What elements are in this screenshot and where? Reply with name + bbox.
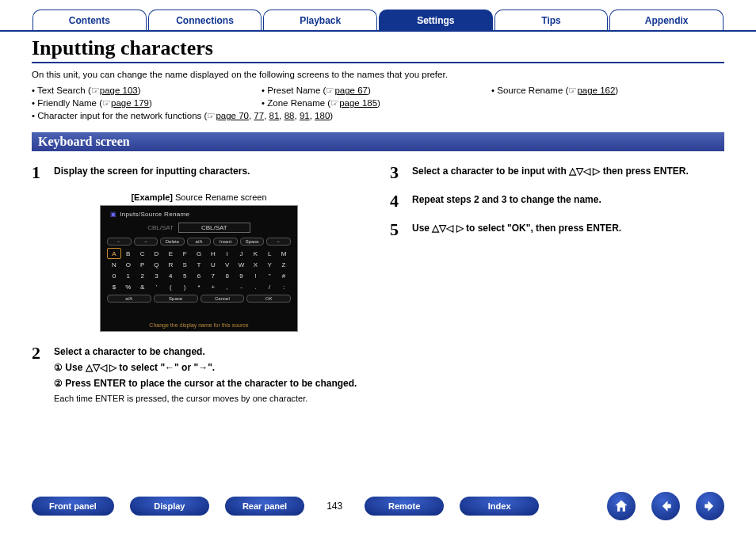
example-label-text: Source Rename screen: [173, 192, 267, 202]
tab-contents[interactable]: Contents: [32, 10, 147, 30]
tab-appendix[interactable]: Appendix: [609, 10, 724, 30]
kb-pill: a/A: [187, 238, 212, 246]
kb-key: 8: [220, 270, 235, 281]
kb-key: 3: [150, 270, 164, 281]
link-page-81[interactable]: 81: [269, 111, 280, 120]
link-page-185[interactable]: page 185: [339, 98, 377, 108]
kb-key: P: [136, 259, 150, 270]
kb-key: V: [220, 259, 235, 270]
home-button[interactable]: [607, 492, 636, 520]
kb-key: B: [121, 248, 136, 259]
tab-connections[interactable]: Connections: [148, 10, 262, 30]
bullet-preset-name: Preset Name: [267, 86, 320, 95]
step-4: 4 Repeat steps 2 and 3 to change the nam…: [390, 192, 724, 210]
kb-pill: ←: [266, 238, 291, 246]
tab-playback[interactable]: Playback: [263, 10, 377, 30]
kb-cursor-label: CBL/SAT: [147, 224, 174, 231]
prev-button[interactable]: [651, 492, 680, 520]
kb-key: .: [248, 281, 262, 292]
kb-bot-pill: a/A: [107, 295, 151, 303]
step-2: 2 Select a character to be changed. ① Us…: [32, 345, 366, 405]
home-icon: [613, 498, 629, 514]
pointer-icon: ☞: [91, 86, 100, 95]
kb-key: 5: [178, 270, 192, 281]
kb-key: $: [107, 281, 121, 292]
pointer-icon: ☞: [102, 98, 111, 108]
kb-key: L: [262, 248, 277, 259]
step-2-sub2: ② Press ENTER to place the cursor at the…: [54, 376, 366, 390]
step-3: 3 Select a character to be input with △▽…: [390, 164, 724, 181]
kb-pill: Delete: [160, 238, 185, 246]
step-number: 1: [32, 164, 54, 181]
link-page-180[interactable]: 180: [315, 111, 330, 120]
bullet-text-search: Text Search: [37, 86, 86, 95]
tab-tips[interactable]: Tips: [494, 10, 609, 30]
remote-button[interactable]: Remote: [365, 497, 444, 516]
kb-pill: →: [134, 238, 158, 246]
link-page-67[interactable]: page 67: [334, 86, 368, 95]
arrow-right-icon: [702, 498, 718, 514]
kb-key: H: [206, 248, 220, 259]
bullet-char-input: Character input for the network function…: [37, 111, 201, 120]
kb-key: ': [150, 281, 164, 292]
step-1-text: Display the screen for inputting charact…: [54, 166, 250, 177]
link-page-70[interactable]: page 70: [216, 111, 249, 120]
kb-grid: ABCDEFGHIJKLMNOPQRSTUVWXYZ0123456789!"#$…: [107, 248, 291, 292]
kb-key: ,: [220, 281, 235, 292]
kb-key: R: [163, 259, 178, 270]
kb-bot-pill: OK: [246, 295, 291, 303]
display-button[interactable]: Display: [130, 497, 209, 516]
kb-pill: Space: [240, 238, 265, 246]
kb-key: G: [192, 248, 206, 259]
pointer-icon: ☞: [330, 98, 339, 108]
pointer-icon: ☞: [326, 86, 334, 95]
example-label-bold: [Example]: [131, 192, 173, 202]
tab-settings[interactable]: Settings: [379, 10, 493, 30]
kb-pill: ←: [107, 238, 132, 246]
step-number: 2: [32, 345, 54, 405]
kb-key: &: [136, 281, 150, 292]
kb-bot-pill: Cancel: [200, 295, 245, 303]
keyboard-screenshot: ▣Inputs/Source Rename CBL/SAT CBL/SAT ← …: [100, 205, 298, 332]
example-label: [Example] Source Rename screen: [32, 192, 366, 202]
kb-key: 1: [121, 270, 136, 281]
kb-key: :: [277, 281, 291, 292]
link-page-91[interactable]: 91: [300, 111, 310, 120]
rear-panel-button[interactable]: Rear panel: [225, 497, 304, 516]
menu-dot-icon: ▣: [110, 211, 116, 218]
kb-key: ": [262, 270, 277, 281]
step-2-sub1: ① Use △▽◁ ▷ to select "←" or "→".: [54, 360, 366, 375]
kb-key: W: [235, 259, 249, 270]
step-3-text: Select a character to be input with △▽◁ …: [412, 166, 689, 177]
link-page-162[interactable]: page 162: [577, 86, 615, 95]
front-panel-button[interactable]: Front panel: [32, 497, 114, 516]
step-number: 4: [390, 192, 412, 210]
kb-key: I: [220, 248, 235, 259]
kb-key: 6: [192, 270, 206, 281]
kb-key: Q: [150, 259, 164, 270]
bullet-source-rename: Source Rename: [497, 86, 563, 95]
kb-key: Z: [277, 259, 291, 270]
arrow-left-icon: [658, 498, 674, 514]
bullet-list: • Text Search (☞page 103) • Friendly Nam…: [32, 83, 724, 121]
kb-key: +: [206, 281, 220, 292]
next-button[interactable]: [696, 492, 724, 520]
link-page-77[interactable]: 77: [254, 111, 264, 120]
step-2-note: Each time ENTER is pressed, the cursor m…: [54, 392, 366, 405]
kb-footer: Change the display name for this source: [101, 322, 297, 328]
kb-key: J: [235, 248, 249, 259]
kb-toolbar: ← → Delete a/A Insert Space ←: [107, 238, 291, 246]
kb-key: E: [163, 248, 178, 259]
link-page-179[interactable]: page 179: [111, 98, 149, 108]
kb-bot-pill: Space: [154, 295, 198, 303]
link-page-103[interactable]: page 103: [100, 86, 138, 95]
index-button[interactable]: Index: [460, 497, 539, 516]
step-5: 5 Use △▽◁ ▷ to select "OK", then press E…: [390, 221, 724, 238]
link-page-88[interactable]: 88: [284, 111, 295, 120]
intro-text: On this unit, you can change the name di…: [32, 68, 724, 82]
kb-header: Inputs/Source Rename: [120, 211, 189, 218]
kb-key: O: [121, 259, 136, 270]
kb-cursor-value: CBL/SAT: [178, 223, 250, 233]
step-2-lead: Select a character to be changed.: [54, 345, 366, 359]
step-1: 1 Display the screen for inputting chara…: [32, 164, 366, 181]
